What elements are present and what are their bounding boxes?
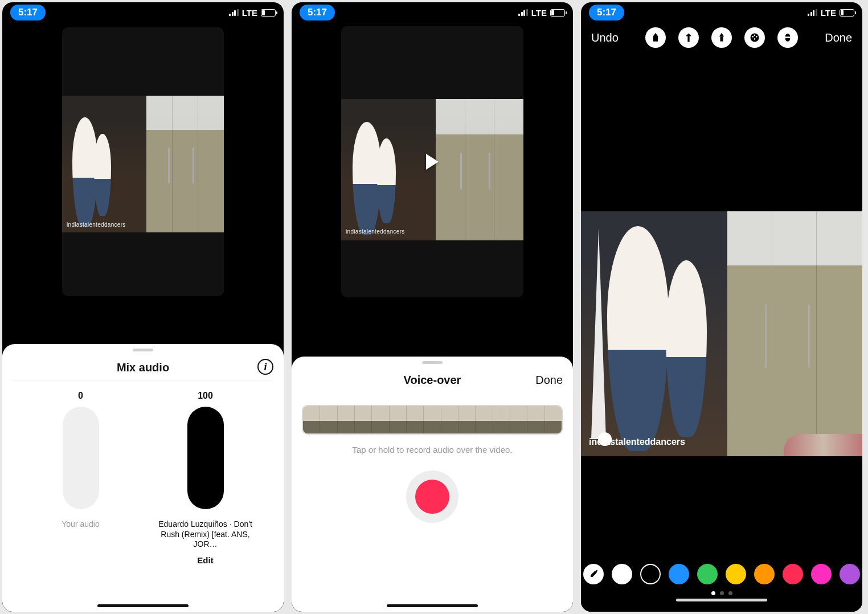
svg-point-2 — [752, 36, 754, 38]
song-audio-column: 100 Eduardo Luzquiños · Don't Rush (Remi… — [154, 391, 257, 565]
home-indicator[interactable] — [387, 604, 478, 607]
sheet-grabber[interactable] — [133, 349, 153, 351]
record-button[interactable] — [406, 470, 458, 523]
battery-icon — [550, 9, 565, 17]
network-label: LTE — [242, 8, 257, 18]
done-button[interactable]: Done — [535, 374, 563, 387]
sheet-title: Voice-over — [404, 374, 461, 387]
draw-toolbar: Undo Done — [581, 23, 862, 51]
video-watermark: indiastalenteddancers — [589, 437, 685, 447]
network-label: LTE — [821, 8, 836, 18]
color-swatch-blue[interactable] — [669, 564, 689, 584]
screenshot-voice-over: 5:17 LTE indiastalenteddancer — [292, 2, 573, 612]
color-swatch-white[interactable] — [612, 564, 632, 584]
status-time: 5:17 — [10, 5, 46, 21]
status-time: 5:17 — [300, 5, 335, 21]
screenshot-draw: 5:17 LTE Undo Done — [581, 2, 862, 612]
video-preview-area: indiastalenteddancers — [292, 23, 573, 357]
status-bar: 5:17 LTE — [292, 2, 573, 23]
video-timeline[interactable] — [302, 405, 563, 435]
record-hint: Tap or hold to record audio over the vid… — [302, 445, 563, 455]
neon-tool-icon[interactable] — [711, 27, 732, 48]
video-preview[interactable]: indiastalenteddancers — [341, 26, 523, 297]
info-button[interactable]: i — [257, 359, 273, 375]
video-watermark: indiastalenteddancers — [67, 222, 126, 228]
mix-audio-sheet: Mix audio i 0 Your audio 100 Eduardo Luz… — [2, 344, 284, 612]
color-swatch-yellow[interactable] — [726, 564, 746, 584]
color-swatch-pink[interactable] — [811, 564, 832, 584]
your-audio-value: 0 — [78, 391, 83, 401]
song-audio-value: 100 — [198, 391, 213, 401]
status-time: 5:17 — [589, 5, 624, 21]
draw-canvas-area[interactable]: indiastalenteddancers — [581, 51, 862, 554]
dot-tool-icon[interactable] — [744, 27, 765, 48]
color-swatch-green[interactable] — [697, 564, 718, 584]
song-title: Eduardo Luzquiños · Don't Rush (Remix) [… — [154, 519, 257, 550]
your-audio-slider[interactable] — [63, 407, 99, 509]
status-right: LTE — [518, 8, 565, 18]
screenshot-mix-audio: 5:17 LTE indiastalenteddancers — [2, 2, 284, 612]
voiceover-sheet: Voice-over Done Tap or hold to record au… — [292, 357, 573, 612]
status-right: LTE — [229, 8, 276, 18]
home-indicator[interactable] — [676, 599, 767, 601]
status-right: LTE — [808, 8, 854, 18]
marker-tool-icon[interactable] — [645, 27, 666, 48]
sheet-grabber[interactable] — [422, 361, 443, 364]
eraser-tool-icon[interactable] — [777, 27, 798, 48]
eyedropper-button[interactable] — [583, 564, 604, 584]
color-swatch-red[interactable] — [783, 564, 803, 584]
record-icon — [415, 480, 449, 514]
svg-marker-8 — [591, 228, 606, 439]
color-swatch-purple[interactable] — [840, 564, 860, 584]
video-preview[interactable]: indiastalenteddancers — [62, 27, 224, 296]
color-swatch-orange[interactable] — [754, 564, 775, 584]
svg-rect-0 — [720, 36, 723, 41]
signal-bars-icon — [808, 9, 817, 16]
sheet-title: Mix audio — [117, 361, 169, 374]
svg-point-5 — [754, 35, 756, 36]
status-bar: 5:17 LTE — [2, 2, 284, 23]
home-indicator[interactable] — [97, 604, 189, 607]
signal-bars-icon — [518, 9, 528, 16]
color-swatch-black[interactable] — [640, 564, 661, 584]
arrow-tool-icon[interactable] — [678, 27, 699, 48]
network-label: LTE — [531, 8, 547, 18]
song-audio-slider[interactable] — [187, 407, 224, 509]
your-audio-column: 0 Your audio — [30, 391, 132, 565]
svg-point-4 — [754, 38, 756, 40]
done-button[interactable]: Done — [825, 31, 852, 44]
sheet-header: Mix audio i — [13, 352, 273, 380]
color-palette — [581, 554, 862, 588]
your-audio-label: Your audio — [62, 519, 99, 529]
battery-icon — [261, 9, 276, 17]
sheet-header: Voice-over Done — [302, 365, 563, 392]
svg-rect-7 — [785, 36, 790, 38]
status-bar: 5:17 LTE — [581, 2, 862, 23]
battery-icon — [840, 9, 854, 17]
signal-bars-icon — [229, 9, 239, 16]
brush-size-slider[interactable] — [590, 228, 607, 439]
video-watermark: indiastalenteddancers — [346, 228, 405, 235]
undo-button[interactable]: Undo — [591, 31, 619, 44]
svg-point-3 — [756, 36, 758, 38]
edit-song-button[interactable]: Edit — [197, 555, 213, 565]
play-icon[interactable] — [426, 154, 439, 170]
video-preview-area: indiastalenteddancers — [2, 23, 284, 344]
